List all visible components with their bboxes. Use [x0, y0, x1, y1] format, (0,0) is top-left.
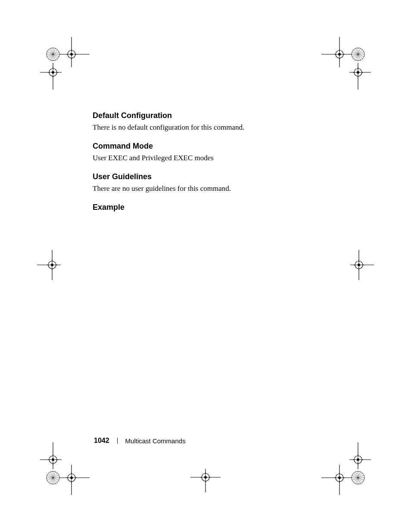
svg-point-23	[336, 50, 343, 58]
svg-point-95	[358, 264, 360, 266]
page-number: 1042	[94, 437, 109, 445]
svg-point-74	[338, 476, 341, 479]
heading-user-guidelines: User Guidelines	[93, 172, 334, 181]
svg-point-38	[354, 68, 362, 76]
svg-line-78	[353, 473, 362, 482]
svg-point-53	[70, 476, 73, 479]
svg-line-60	[47, 475, 59, 480]
body-command-mode: User EXEC and Privileged EXEC modes	[93, 153, 334, 163]
footer-separator	[117, 438, 118, 444]
svg-line-79	[353, 473, 362, 482]
svg-line-58	[48, 473, 57, 482]
crop-mark-bottom-right	[321, 439, 377, 495]
svg-point-17	[49, 68, 57, 76]
svg-line-35	[355, 48, 360, 60]
svg-point-5	[70, 53, 73, 56]
crop-mark-mid-left	[37, 250, 67, 280]
svg-point-65	[354, 456, 362, 464]
svg-point-44	[49, 456, 57, 464]
svg-point-50	[68, 474, 75, 482]
svg-line-31	[353, 50, 362, 59]
svg-point-86	[48, 261, 56, 269]
heading-default-configuration: Default Configuration	[93, 111, 334, 120]
svg-line-10	[48, 50, 57, 59]
svg-point-41	[357, 71, 359, 74]
page-content: Default Configuration There is no defaul…	[93, 111, 334, 221]
svg-line-80	[352, 475, 364, 480]
svg-line-14	[50, 48, 55, 60]
crop-mark-top-right	[321, 37, 377, 93]
svg-point-2	[68, 50, 75, 58]
section-command-mode: Command Mode User EXEC and Privileged EX…	[93, 142, 334, 163]
svg-line-9	[48, 50, 57, 59]
chapter-title: Multicast Commands	[125, 437, 186, 445]
svg-point-98	[202, 473, 209, 481]
svg-point-27	[352, 48, 364, 61]
page-footer: 1042 Multicast Commands	[94, 437, 186, 445]
svg-point-6	[47, 48, 59, 61]
heading-example: Example	[93, 203, 334, 212]
svg-point-68	[357, 458, 359, 461]
svg-point-47	[52, 458, 54, 461]
svg-point-89	[51, 264, 53, 266]
svg-line-59	[47, 475, 59, 480]
svg-line-82	[355, 472, 360, 484]
crop-mark-bottom-left	[34, 439, 90, 495]
svg-line-61	[50, 472, 55, 484]
section-user-guidelines: User Guidelines There are no user guidel…	[93, 172, 334, 193]
body-default-configuration: There is no default configuration for th…	[93, 123, 334, 132]
svg-line-62	[50, 472, 55, 484]
svg-line-33	[352, 52, 364, 56]
crop-mark-mid-bottom	[190, 462, 221, 492]
svg-point-26	[338, 53, 341, 56]
svg-line-13	[50, 48, 55, 60]
section-example: Example	[93, 203, 334, 212]
svg-line-30	[353, 50, 362, 59]
svg-point-92	[355, 261, 363, 269]
svg-line-83	[355, 472, 360, 484]
crop-mark-top-left	[34, 37, 90, 93]
crop-mark-mid-right	[344, 250, 374, 280]
svg-line-81	[352, 475, 364, 480]
svg-line-32	[352, 52, 364, 56]
svg-point-54	[47, 471, 59, 484]
section-default-configuration: Default Configuration There is no defaul…	[93, 111, 334, 132]
svg-point-101	[204, 476, 207, 479]
svg-line-12	[47, 52, 59, 56]
svg-line-34	[355, 48, 360, 60]
svg-point-20	[52, 71, 54, 74]
svg-line-11	[47, 52, 59, 56]
svg-point-71	[336, 474, 343, 482]
svg-line-57	[48, 473, 57, 482]
heading-command-mode: Command Mode	[93, 142, 334, 151]
svg-point-75	[352, 471, 364, 484]
body-user-guidelines: There are no user guidelines for this co…	[93, 184, 334, 193]
